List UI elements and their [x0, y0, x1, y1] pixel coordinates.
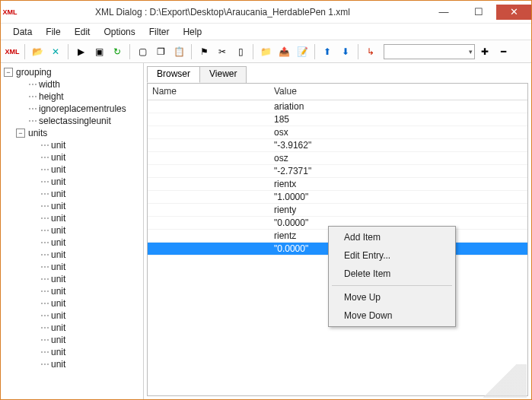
- tree-item-height[interactable]: ⋯height: [1, 90, 143, 103]
- folder-open-icon[interactable]: 📁: [257, 43, 274, 60]
- table-row[interactable]: rientx: [148, 178, 527, 191]
- cell-value: "1.0000": [269, 192, 527, 202]
- export-icon[interactable]: 📤: [276, 43, 292, 60]
- tree-label: unit: [51, 189, 65, 199]
- cut-icon[interactable]: ✂: [214, 43, 231, 60]
- chevron-down-icon: ▾: [469, 48, 473, 56]
- app-icon: XML: [1, 8, 19, 16]
- tree-item-unit[interactable]: ⋯unit: [1, 151, 143, 163]
- cell-value: 185: [269, 114, 527, 125]
- tree-item-unit[interactable]: ⋯unit: [1, 310, 143, 322]
- window-title: XML Dialog : D:\Export\Desktop\Araucania…: [19, 7, 426, 17]
- menu-delete-item[interactable]: Delete Item: [330, 265, 454, 283]
- tree-item-unit[interactable]: ⋯unit: [1, 249, 143, 261]
- tree-label: width: [39, 79, 60, 90]
- table-row[interactable]: osz: [148, 152, 527, 165]
- table-row[interactable]: rienty: [148, 204, 527, 217]
- menu-options[interactable]: Options: [97, 25, 141, 39]
- search-combo[interactable]: ▾: [384, 44, 475, 59]
- tree-label: unit: [51, 286, 65, 297]
- tree-label: unit: [51, 310, 65, 321]
- tree-label: unit: [51, 237, 65, 248]
- tree-item-unit[interactable]: ⋯unit: [1, 163, 143, 176]
- table-row[interactable]: "1.0000": [148, 191, 527, 204]
- refresh-icon[interactable]: ↻: [109, 43, 126, 60]
- tree-item-unit[interactable]: ⋯unit: [1, 358, 143, 370]
- tree-item-unit[interactable]: ⋯unit: [1, 224, 143, 237]
- tree-label: unit: [51, 201, 65, 211]
- tab-browser[interactable]: Browser: [147, 66, 200, 83]
- table-row[interactable]: "-2.7371": [148, 165, 527, 178]
- copy-icon[interactable]: ❐: [152, 43, 169, 60]
- tree-label: unit: [51, 213, 65, 224]
- tree-item-unit[interactable]: ⋯unit: [1, 139, 143, 151]
- maximize-button[interactable]: ☐: [461, 5, 496, 20]
- tab-viewer[interactable]: Viewer: [199, 66, 247, 83]
- tabs: Browser Viewer: [147, 66, 528, 83]
- menu-filter[interactable]: Filter: [143, 25, 176, 39]
- tree-item-unit[interactable]: ⋯unit: [1, 200, 143, 212]
- menu-move-up[interactable]: Move Up: [330, 288, 454, 306]
- remove-icon[interactable]: ━: [495, 43, 511, 60]
- context-menu: Add Item Edit Entry... Delete Item Move …: [328, 226, 456, 327]
- tree-item-selectassingleunit[interactable]: ⋯selectassingleunit: [1, 115, 143, 127]
- tree-item-unit[interactable]: ⋯unit: [1, 273, 143, 285]
- tree-item-unit[interactable]: ⋯unit: [1, 237, 143, 249]
- paste-icon[interactable]: 📋: [170, 43, 187, 60]
- flag-icon[interactable]: ⚑: [196, 43, 212, 60]
- cell-value: ariation: [269, 101, 527, 112]
- tree-item-width[interactable]: ⋯width: [1, 78, 143, 90]
- toolbar: XML 📂 ✕ ▶ ▣ ↻ ▢ ❐ 📋 ⚑ ✂ ▯ 📁 📤 📝 ⬆ ⬇ ↳ ▾ …: [1, 40, 531, 63]
- menu-data[interactable]: Data: [7, 25, 38, 39]
- goto-icon[interactable]: ↳: [362, 43, 379, 60]
- move-down-icon[interactable]: ⬇: [337, 43, 354, 60]
- tree-item-unit[interactable]: ⋯unit: [1, 285, 143, 297]
- minimize-button[interactable]: —: [426, 5, 461, 20]
- tree-label: ignoreplacementrules: [39, 103, 126, 114]
- edit-list-icon[interactable]: 📝: [294, 43, 311, 60]
- tree-item-ignoreplacementrules[interactable]: ⋯ignoreplacementrules: [1, 103, 143, 115]
- move-up-icon[interactable]: ⬆: [319, 43, 336, 60]
- tree-item-unit[interactable]: ⋯unit: [1, 346, 143, 358]
- tree-item-unit[interactable]: ⋯unit: [1, 176, 143, 188]
- expander-icon[interactable]: −: [4, 68, 13, 77]
- tree-item-unit[interactable]: ⋯unit: [1, 297, 143, 310]
- delete-icon[interactable]: ✕: [47, 43, 64, 60]
- tree-item-unit[interactable]: ⋯unit: [1, 322, 143, 334]
- grid-header: Name Value: [148, 84, 527, 100]
- tree-label: height: [39, 91, 64, 102]
- tree-label: unit: [51, 335, 65, 345]
- tree-item-unit[interactable]: ⋯unit: [1, 188, 143, 200]
- page-icon[interactable]: ▯: [232, 43, 249, 60]
- menu-move-down[interactable]: Move Down: [330, 306, 454, 325]
- table-row[interactable]: ariation: [148, 100, 527, 113]
- expander-icon[interactable]: −: [16, 129, 25, 138]
- menu-file[interactable]: File: [40, 25, 66, 39]
- tree-item-unit[interactable]: ⋯unit: [1, 212, 143, 224]
- add-icon[interactable]: ✚: [476, 43, 493, 60]
- open-icon[interactable]: 📂: [29, 43, 46, 60]
- tree-root[interactable]: −grouping: [1, 66, 143, 78]
- column-value[interactable]: Value: [269, 84, 527, 100]
- column-name[interactable]: Name: [148, 84, 269, 100]
- new-icon[interactable]: ▢: [134, 43, 151, 60]
- menu-edit-entry[interactable]: Edit Entry...: [330, 246, 454, 265]
- table-row[interactable]: 185: [148, 113, 527, 126]
- menu-edit[interactable]: Edit: [68, 25, 97, 39]
- close-button[interactable]: ✕: [496, 5, 531, 20]
- tree-label: unit: [51, 298, 65, 309]
- tree-pane[interactable]: −grouping⋯width⋯height⋯ignoreplacementru…: [1, 63, 144, 399]
- play-icon[interactable]: ▶: [72, 43, 89, 60]
- table-row[interactable]: osx: [148, 126, 527, 139]
- tree-label: unit: [51, 322, 65, 333]
- tree-item-unit[interactable]: ⋯unit: [1, 334, 143, 346]
- tree-label: unit: [51, 225, 65, 236]
- menu-add-item[interactable]: Add Item: [330, 228, 454, 246]
- tree-item-units[interactable]: −units: [1, 127, 143, 139]
- menu-help[interactable]: Help: [177, 25, 208, 39]
- table-row[interactable]: "-3.9162": [148, 139, 527, 152]
- tree-item-unit[interactable]: ⋯unit: [1, 261, 143, 273]
- xml-mode-button[interactable]: XML: [4, 43, 21, 60]
- doc-icon[interactable]: ▣: [91, 43, 107, 60]
- cell-value: rientx: [269, 179, 527, 189]
